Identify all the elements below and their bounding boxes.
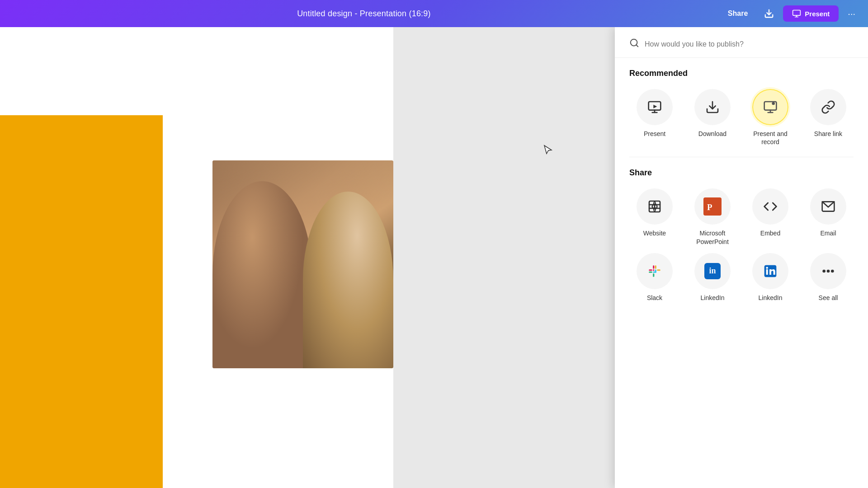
svg-rect-31 — [766, 269, 768, 275]
powerpoint-label: Microsoft PowerPoint — [687, 229, 738, 245]
recommended-grid: Present Download — [615, 85, 868, 157]
linkedin2-label: LinkedIn — [759, 294, 783, 302]
more-dots-icon — [821, 264, 835, 278]
share-link-icon-wrapper — [810, 89, 846, 125]
svg-rect-1 — [793, 10, 801, 16]
search-icon — [629, 38, 639, 50]
svg-rect-28 — [655, 265, 656, 269]
recommended-download-item[interactable]: Download — [687, 89, 738, 146]
slide-image — [212, 160, 393, 368]
svg-rect-22 — [653, 265, 654, 269]
linkedin-icon-wrapper: in — [694, 253, 731, 289]
present-monitor-icon — [792, 9, 801, 18]
linkedin-label: LinkedIn — [701, 294, 725, 302]
website-label: Website — [643, 229, 666, 237]
slide-yellow-block — [0, 115, 163, 488]
present-record-label: Present and record — [745, 130, 796, 146]
powerpoint-icon: P — [703, 197, 722, 216]
svg-line-5 — [636, 45, 638, 47]
present-record-icon-wrapper — [752, 89, 788, 125]
svg-rect-29 — [657, 269, 660, 271]
share-powerpoint-item[interactable]: P Microsoft PowerPoint — [687, 188, 738, 245]
header-title: Untitled design - Presentation (16:9) — [297, 9, 431, 19]
email-icon — [821, 199, 835, 214]
linkedin-icon: in — [704, 263, 721, 279]
svg-point-14 — [772, 102, 775, 105]
share-linkedin2-item[interactable]: LinkedIn — [745, 253, 796, 302]
linkedin2-icon-wrapper — [752, 253, 788, 289]
header-right: Share Present ··· — [721, 5, 861, 23]
svg-point-32 — [766, 267, 768, 269]
download-header-icon — [764, 9, 774, 19]
recommended-section-title: Recommended — [615, 58, 868, 85]
slack-icon — [647, 264, 662, 278]
see-all-label: See all — [819, 294, 838, 302]
share-link-label: Share link — [814, 130, 842, 138]
website-icon-wrapper — [637, 188, 673, 225]
download-button[interactable] — [759, 5, 779, 22]
share-link-icon — [821, 100, 835, 114]
svg-rect-23 — [653, 269, 654, 271]
ppt-svg: P — [705, 199, 720, 214]
svg-point-34 — [827, 269, 830, 272]
svg-point-33 — [822, 269, 826, 272]
slide-preview — [0, 27, 393, 488]
download-icon-wrapper — [694, 89, 731, 125]
publish-search-input[interactable] — [645, 40, 854, 48]
powerpoint-icon-wrapper: P — [694, 188, 731, 225]
present-label: Present — [644, 130, 665, 138]
email-icon-wrapper — [810, 188, 846, 225]
share-website-item[interactable]: Website — [629, 188, 680, 245]
see-all-icon-wrapper — [810, 253, 846, 289]
share-see-all-item[interactable]: See all — [803, 253, 854, 302]
present-icon — [647, 100, 662, 114]
share-button[interactable]: Share — [721, 6, 755, 21]
share-section-title: Share — [615, 157, 868, 185]
embed-icon — [763, 199, 778, 214]
svg-rect-25 — [655, 269, 656, 273]
download-label: Download — [698, 130, 726, 138]
website-icon — [647, 199, 662, 214]
header: Untitled design - Presentation (16:9) Sh… — [0, 0, 868, 27]
svg-rect-21 — [649, 269, 652, 271]
recommended-present-item[interactable]: Present — [629, 89, 680, 146]
recommended-present-record-item[interactable]: Present and record — [745, 89, 796, 146]
present-button[interactable]: Present — [783, 5, 839, 22]
slack-label: Slack — [647, 294, 662, 302]
more-options-button[interactable]: ··· — [842, 5, 861, 23]
share-linkedin-item[interactable]: in LinkedIn — [687, 253, 738, 302]
present-icon-wrapper — [637, 89, 673, 125]
svg-marker-9 — [653, 105, 657, 108]
email-label: Email — [820, 229, 836, 237]
people-photo — [212, 160, 393, 368]
svg-text:P: P — [707, 202, 712, 212]
recommended-share-link-item[interactable]: Share link — [803, 89, 854, 146]
share-embed-item[interactable]: Embed — [745, 188, 796, 245]
slack-icon-wrapper — [637, 253, 673, 289]
linkedin2-icon — [763, 264, 778, 278]
share-email-item[interactable]: Email — [803, 188, 854, 245]
embed-label: Embed — [760, 229, 780, 237]
embed-icon-wrapper — [752, 188, 788, 225]
share-slack-item[interactable]: Slack — [629, 253, 680, 302]
download-icon — [705, 100, 720, 114]
search-container — [615, 27, 868, 58]
share-grid: Website P Microsoft PowerPoint Embed — [615, 185, 868, 313]
svg-point-35 — [831, 269, 834, 272]
svg-rect-27 — [653, 273, 654, 277]
present-record-icon — [763, 100, 778, 114]
svg-rect-26 — [649, 271, 652, 272]
share-panel: Recommended Present — [615, 27, 868, 488]
